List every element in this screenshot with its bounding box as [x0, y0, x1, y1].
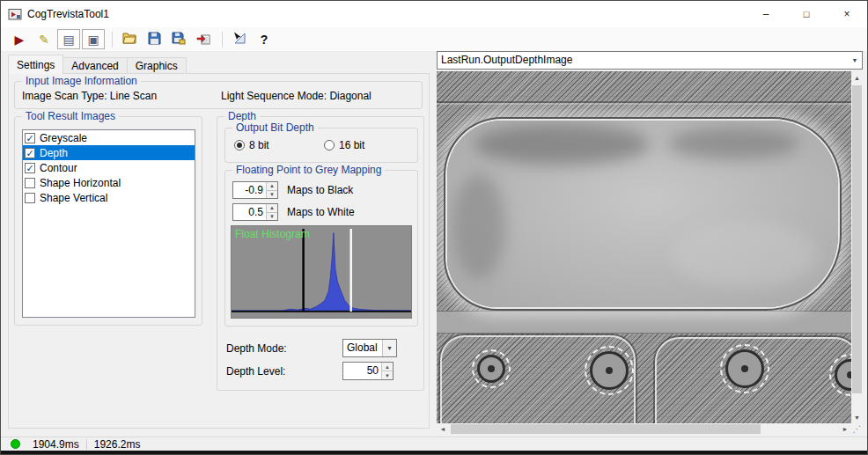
horizontal-scrollbar[interactable]: ◄ ► [437, 423, 851, 435]
help-button[interactable]: ? [253, 29, 276, 49]
radio-icon[interactable] [234, 140, 245, 150]
save-button[interactable] [143, 29, 166, 49]
group-title: Floating Point to Grey Mapping [232, 164, 385, 176]
scroll-down-icon[interactable]: ▼ [851, 411, 863, 423]
image-band [437, 311, 851, 334]
radio-8bit[interactable]: 8 bit [234, 139, 269, 151]
radio-label: 8 bit [249, 139, 269, 151]
open-file-button[interactable] [118, 29, 141, 49]
blob-smudge [452, 173, 505, 279]
tool-result-item[interactable]: Contour [23, 160, 195, 175]
spin-down-icon[interactable]: ▼ [267, 213, 277, 221]
fiducial-circle [720, 344, 769, 393]
vertical-scrollbar[interactable]: ▲ ▼ [851, 71, 863, 423]
toolbar-separator [222, 32, 223, 48]
maps-to-black-spinner[interactable]: -0.9 ▲▼ [232, 181, 278, 199]
group-title: Input Image Information [22, 75, 141, 87]
settings-panel: Input Image Information Image Scan Type:… [8, 73, 430, 429]
image-region-line [437, 101, 851, 103]
checkbox-icon[interactable] [25, 133, 35, 143]
spin-down-icon[interactable]: ▼ [267, 191, 277, 199]
radio-16bit[interactable]: 16 bit [324, 139, 364, 151]
float-histogram: Float Histogram [231, 225, 412, 319]
checkbox-icon[interactable] [25, 163, 35, 173]
results-grid-button[interactable]: ▤ [57, 29, 80, 49]
run-icon: ▶ [15, 33, 25, 46]
close-button[interactable]: × [827, 1, 867, 27]
new-window-icon: ▣ [87, 33, 99, 46]
maps-to-white-label: Maps to White [287, 206, 355, 218]
radio-label: 16 bit [339, 139, 364, 151]
total-time: 1926.2ms [89, 438, 146, 451]
group-title: Depth [224, 110, 260, 122]
spin-up-icon[interactable]: ▲ [267, 182, 277, 191]
statusbar: 1904.9ms 1926.2ms [1, 437, 867, 451]
group-title: Tool Result Images [22, 110, 119, 122]
checkbox-icon[interactable] [25, 193, 35, 203]
fiducial-circle [585, 346, 634, 395]
tab-graphics[interactable]: Graphics [128, 57, 187, 74]
help-icon: ? [261, 33, 268, 46]
maps-to-white-spinner[interactable]: 0.5 ▲▼ [232, 203, 278, 221]
result-image-selector-value: LastRun.OutputDepthImage [438, 52, 848, 69]
float-histogram-title: Float Histogram [235, 228, 310, 240]
scroll-right-icon[interactable]: ► [839, 423, 851, 435]
maps-to-black-label: Maps to Black [287, 184, 353, 196]
toolbar-separator [112, 32, 113, 48]
scroll-left-icon[interactable]: ◄ [437, 423, 449, 435]
chevron-down-icon: ▼ [848, 52, 862, 69]
checkbox-icon[interactable] [25, 148, 35, 158]
spin-down-icon[interactable]: ▼ [382, 371, 393, 379]
horizontal-scroll-thumb[interactable] [451, 424, 761, 434]
float-mapping-group: Floating Point to Grey Mapping -0.9 ▲▼ M… [224, 170, 418, 327]
spinner-value[interactable]: 50 [343, 363, 381, 379]
app-window: CogTrevistaTool1 – □ × ▶ ✎ ▤ ▣ ? [0, 0, 868, 455]
maximize-button[interactable]: □ [786, 1, 827, 27]
toolbar: ▶ ✎ ▤ ▣ ? [1, 27, 867, 52]
scroll-up-icon[interactable]: ▲ [851, 71, 863, 84]
spin-up-icon[interactable]: ▲ [382, 363, 393, 371]
depth-mode-dropdown[interactable]: Global ▼ [342, 339, 397, 357]
image-scan-type-label: Image Scan Type: Line Scan [22, 90, 157, 102]
new-window-button[interactable]: ▣ [82, 29, 105, 49]
depth-level-label: Depth Level: [226, 365, 285, 378]
radio-icon[interactable] [324, 140, 335, 150]
window-title: CogTrevistaTool1 [27, 8, 109, 20]
run-button[interactable]: ▶ [8, 29, 31, 49]
depth-image-viewport[interactable] [437, 71, 851, 423]
run-time: 1904.9ms [27, 438, 85, 451]
tab-settings[interactable]: Settings [8, 55, 63, 74]
result-image-selector[interactable]: LastRun.OutputDepthImage ▼ [437, 51, 863, 70]
resize-gripper[interactable]: ⋰ [851, 423, 863, 435]
depth-mode-label: Depth Mode: [226, 342, 287, 355]
chevron-down-icon: ▼ [382, 340, 396, 356]
checkbox-icon[interactable] [25, 178, 35, 188]
tool-result-label: Shape Horizontal [40, 177, 121, 189]
depth-level-spinner[interactable]: 50 ▲▼ [342, 362, 394, 380]
tab-advanced[interactable]: Advanced [63, 57, 127, 74]
spinner-value[interactable]: 0.5 [233, 204, 266, 220]
output-bit-depth-group: Output Bit Depth 8 bit 16 bit [224, 128, 418, 163]
measure-button[interactable] [228, 29, 251, 49]
import-icon [196, 32, 210, 48]
save-image-button[interactable] [167, 29, 190, 49]
save-image-icon [172, 32, 186, 48]
tool-result-item[interactable]: Shape Vertical [23, 190, 195, 205]
tool-result-label: Greyscale [40, 132, 87, 144]
titlebar: CogTrevistaTool1 – □ × [1, 1, 867, 27]
edit-pencil-button[interactable]: ✎ [33, 29, 55, 49]
depth-blob [447, 121, 838, 307]
import-button[interactable] [192, 29, 215, 49]
spinner-value[interactable]: -0.9 [233, 182, 266, 198]
tool-result-label: Depth [40, 147, 68, 159]
blob-smudge [667, 128, 799, 159]
app-icon [8, 7, 22, 21]
minimize-button[interactable]: – [746, 1, 786, 27]
vertical-scroll-thumb[interactable] [852, 85, 862, 393]
tool-result-item[interactable]: Greyscale [23, 130, 195, 145]
window-bottom-edge [1, 451, 867, 455]
tool-result-item[interactable]: Depth [23, 145, 195, 160]
spin-up-icon[interactable]: ▲ [267, 204, 277, 213]
tool-result-item[interactable]: Shape Horizontal [23, 175, 195, 190]
tool-result-images-list: Greyscale Depth Contour Shape Horizontal… [22, 129, 195, 318]
